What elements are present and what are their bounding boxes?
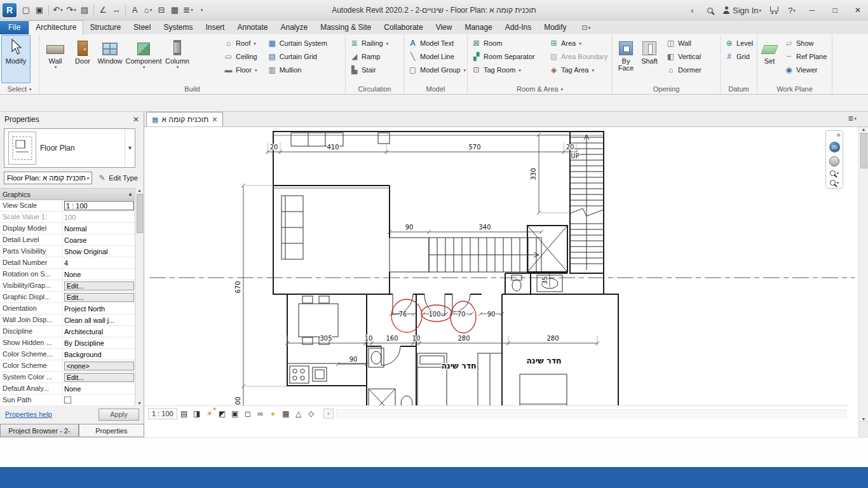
panel-label-room-area[interactable]: Room & Area▾ — [468, 84, 612, 94]
column-button[interactable]: Column▾ — [163, 35, 192, 83]
tab-insert[interactable]: Insert — [199, 21, 231, 34]
dock-tab-project-browser[interactable]: Project Browser - 2- — [0, 424, 79, 437]
horizontal-scrollbar[interactable] — [336, 409, 846, 418]
detail-level-value[interactable]: Coarse — [64, 236, 86, 244]
edit-type-button[interactable]: ✎ Edit Type — [95, 171, 140, 185]
display-model-value[interactable]: Normal — [64, 225, 86, 233]
shadows-icon[interactable]: ◩ — [217, 408, 228, 419]
thin-lines-button[interactable]: ≣▾ — [182, 3, 194, 17]
windows-taskbar[interactable] — [0, 467, 868, 488]
tab-massing-site[interactable]: Massing & Site — [314, 21, 377, 34]
qat-customize-button[interactable]: ▾ — [195, 3, 208, 17]
view-tab-close-icon[interactable]: ✕ — [212, 116, 217, 124]
view-scale-value[interactable]: 1 : 100 — [64, 201, 134, 210]
viewer-button[interactable]: ◉Viewer — [782, 64, 829, 76]
redo-button[interactable]: ↷▾ — [65, 3, 78, 17]
app-store-button[interactable] — [768, 3, 780, 17]
roof-button[interactable]: ⌂Roof▾ — [221, 37, 260, 49]
visual-style-icon[interactable]: ◨ — [191, 408, 203, 419]
graphic-display-edit-button[interactable]: Edit... — [64, 293, 134, 302]
text-button[interactable]: A — [128, 3, 141, 17]
sign-in-button[interactable]: Sign In▾ — [721, 3, 763, 17]
shaft-button[interactable]: Shaft — [638, 35, 661, 83]
stair-button[interactable]: ▙Stair — [347, 64, 391, 76]
view-tab-floor-plan[interactable]: ▦ תוכנית קומה א ✕ — [146, 112, 223, 126]
vertical-scrollbar[interactable]: ▲ ▼ — [858, 127, 868, 421]
navigation-wheel-icon[interactable] — [829, 156, 839, 166]
default-analysis-value[interactable]: None — [64, 385, 81, 393]
orientation-value[interactable]: Project North — [64, 305, 105, 313]
canvas[interactable]: 20 410 570 20 330 90 340 670 100 76 100 … — [144, 127, 858, 421]
window-button[interactable]: Window — [95, 35, 125, 83]
type-selector-chevron-icon[interactable]: ▼ — [125, 129, 135, 167]
displacement-sets-icon[interactable]: ◇ — [306, 408, 317, 419]
maximize-button[interactable]: □ — [826, 2, 844, 18]
print-button[interactable]: ▤ — [78, 3, 91, 17]
tag-room-button[interactable]: ⊡Tag Room▾ — [469, 64, 546, 76]
grid-button[interactable]: #Grid — [722, 51, 756, 62]
tab-view[interactable]: View — [430, 21, 459, 34]
detail-level-icon[interactable]: ▤ — [179, 408, 190, 419]
undo-button[interactable]: ↶▾ — [51, 3, 64, 17]
panel-label-select[interactable]: Select▾ — [0, 84, 39, 94]
properties-close-icon[interactable]: ✕ — [133, 115, 139, 124]
2d-steering-wheel-icon[interactable]: 2D — [829, 142, 840, 152]
view-tab-menu-icon[interactable]: ≣▾ — [848, 114, 857, 123]
visibility-graphics-edit-button[interactable]: Edit... — [64, 281, 134, 290]
wall-opening-button[interactable]: ◫Wall — [663, 37, 704, 49]
panel-label-opening[interactable]: Opening — [613, 84, 720, 94]
scroll-up-icon[interactable]: ▲ — [137, 188, 142, 193]
properties-scrollbar[interactable]: ▲ ▼ — [135, 188, 144, 405]
color-scheme-location-value[interactable]: Background — [64, 351, 102, 358]
type-selector[interactable]: Floor Plan ▼ — [4, 128, 135, 168]
model-group-button[interactable]: ▢Model Group▾ — [405, 64, 468, 76]
parts-visibility-value[interactable]: Show Original — [64, 248, 107, 255]
apply-button[interactable]: Apply — [98, 409, 139, 421]
zoom-button[interactable]: ▾ — [830, 170, 839, 176]
schedule-button[interactable]: ▦ — [168, 3, 181, 17]
tab-modify[interactable]: Modify — [538, 21, 573, 34]
detail-number-value[interactable]: 4 — [64, 259, 68, 267]
show-hidden-lines-value[interactable]: By Discipline — [64, 339, 104, 347]
open-button[interactable]: ▢ — [20, 3, 32, 17]
v-scroll-up-icon[interactable]: ▲ — [862, 127, 866, 132]
scroll-thumb[interactable] — [137, 194, 143, 233]
panel-label-work-plane[interactable]: Work Plane — [757, 84, 832, 94]
ramp-button[interactable]: ◢Ramp — [347, 51, 391, 62]
modify-button[interactable]: Modify — [1, 35, 31, 83]
revit-logo-icon[interactable]: R — [3, 3, 17, 17]
color-scheme-value[interactable]: <none> — [64, 362, 134, 370]
floor-button[interactable]: ▬Floor▾ — [221, 64, 260, 76]
tab-collaborate[interactable]: Collaborate — [377, 21, 429, 34]
level-button[interactable]: ⊕Level — [722, 37, 756, 49]
tab-addins[interactable]: Add-Ins — [499, 21, 538, 34]
minimize-button[interactable]: ─ — [803, 2, 821, 18]
component-button[interactable]: Component▾ — [125, 35, 163, 83]
section-collapse-icon[interactable]: ▲ — [128, 191, 133, 197]
tab-annotate[interactable]: Annotate — [231, 21, 274, 34]
section-button[interactable]: ⊟ — [155, 3, 168, 17]
panel-label-datum[interactable]: Datum — [721, 84, 757, 94]
ribbon-state-cycle-button[interactable]: ⊡▾ — [582, 24, 591, 34]
v-scroll-thumb[interactable] — [860, 133, 867, 168]
by-face-button[interactable]: By Face — [614, 35, 638, 83]
properties-help-link[interactable]: Properties help — [5, 410, 52, 418]
railing-button[interactable]: ≣Railing▾ — [347, 37, 391, 49]
panel-label-circulation[interactable]: Circulation — [346, 84, 403, 94]
room-button[interactable]: ⊠Room — [469, 37, 546, 49]
navbar-close-icon[interactable]: ⊗ — [836, 132, 841, 138]
set-work-plane-button[interactable]: Set — [759, 35, 780, 83]
show-crop-region-icon[interactable]: ◻ — [242, 408, 254, 419]
floor-plan-svg[interactable]: 20 410 570 20 330 90 340 670 100 76 100 … — [144, 127, 858, 421]
h-scroll-left-icon[interactable]: ‹ — [323, 409, 334, 419]
tab-file[interactable]: File — [0, 21, 29, 34]
sun-path-checkbox[interactable] — [64, 396, 71, 403]
section-graphics[interactable]: Graphics▲ — [0, 189, 135, 200]
tab-structure[interactable]: Structure — [83, 21, 127, 34]
system-color-schemes-edit-button[interactable]: Edit... — [64, 373, 134, 382]
wall-button[interactable]: Wall▾ — [41, 35, 70, 83]
instance-selector[interactable]: Floor Plan: תוכנית קומה א ▾ — [4, 172, 92, 184]
area-boundary-button[interactable]: ▨Area Boundary — [546, 51, 610, 62]
save-button[interactable]: ▣ — [33, 3, 46, 17]
help-button[interactable]: ?▾ — [785, 3, 798, 17]
